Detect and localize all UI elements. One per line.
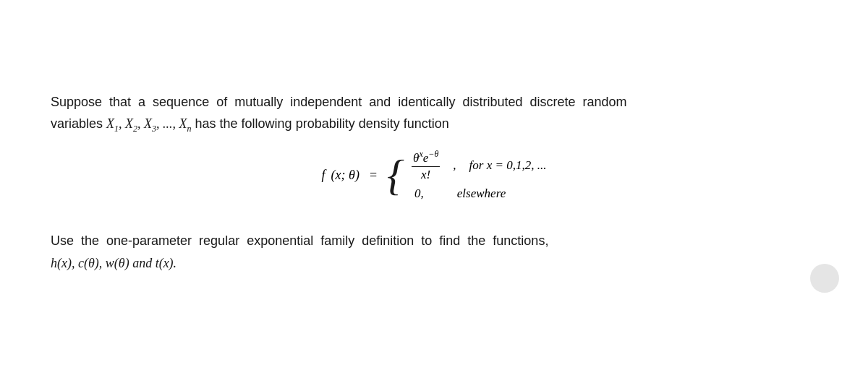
equals-sign: = (370, 168, 377, 183)
piecewise-cases: θxe−θ x! , for x = 0,1,2, ... 0, elsewhe… (412, 149, 546, 201)
paragraph-2: Use the one-parameter regular exponentia… (51, 230, 817, 274)
fraction-numerator: θxe−θ (412, 149, 440, 167)
paragraph-2-line2: h(x), c(θ), w(θ) and t(x). (51, 256, 176, 270)
fraction-denominator: x! (420, 167, 432, 182)
paragraph-1-line2: variables X1, X2, X3, ..., Xn has the fo… (51, 116, 449, 131)
function-args: (x; θ) (331, 168, 359, 183)
fraction-case1: θxe−θ x! (412, 149, 440, 182)
piecewise-brace: { θxe−θ x! , for x = 0,1,2, ... 0, elsew… (387, 149, 546, 201)
paragraph-1: Suppose that a sequence of mutually inde… (51, 91, 817, 137)
case1-condition: for x = 0,1,2, ... (469, 158, 547, 173)
case-row-2: 0, elsewhere (412, 186, 546, 201)
case2-value: 0, (414, 186, 424, 201)
paragraph-1-line1: Suppose that a sequence of mutually inde… (51, 95, 627, 109)
main-content: Suppose that a sequence of mutually inde… (36, 69, 832, 296)
function-label: f (322, 168, 326, 183)
left-brace-icon: { (387, 153, 404, 197)
math-block: f (x; θ) = { θxe−θ x! , for x = 0,1,2, .… (51, 149, 817, 201)
math-expression: f (x; θ) = { θxe−θ x! , for x = 0,1,2, .… (322, 149, 547, 201)
case2-condition: elsewhere (457, 186, 506, 201)
user-avatar (810, 264, 839, 293)
case-row-1: θxe−θ x! , for x = 0,1,2, ... (412, 149, 546, 182)
variable-sequence: X1, X2, X3, ..., Xn (106, 116, 192, 131)
case1-comma: , (453, 158, 456, 173)
paragraph-2-line1: Use the one-parameter regular exponentia… (51, 233, 548, 248)
